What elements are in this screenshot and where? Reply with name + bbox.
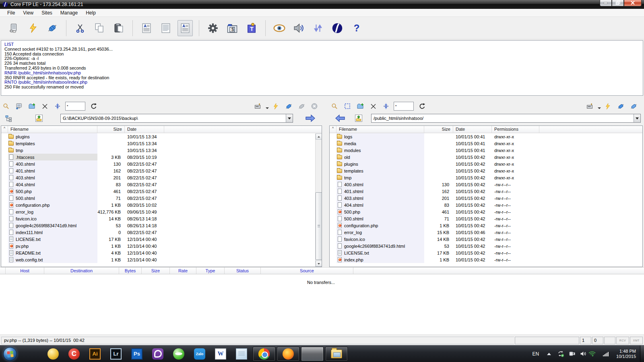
menu-item[interactable]: Help (82, 9, 100, 16)
sync-tray-icon[interactable] (557, 350, 564, 358)
queue-col-rate[interactable]: Rate (170, 267, 196, 274)
core-ftp-logo-icon[interactable] (330, 20, 345, 36)
file-row[interactable]: index111.html 0 08/22/15 02:47 (1, 229, 322, 236)
file-row[interactable]: templates 10/01/15 00:42 drwxr-xr-x (330, 167, 642, 174)
scroll-up-button[interactable] (316, 134, 322, 140)
taskbar-item[interactable] (43, 347, 63, 361)
refresh-icon[interactable] (417, 101, 427, 111)
queue-col-host[interactable]: Host (6, 267, 44, 274)
combo-dropdown-button[interactable] (634, 114, 640, 122)
show-desktop-button[interactable] (640, 346, 644, 362)
file-row[interactable]: README.txt 4 KB 12/10/14 00:40 (1, 249, 322, 256)
taskbar-item[interactable]: Ai (85, 347, 105, 361)
file-row[interactable]: media 10/01/15 00:41 drwxr-xr-x (330, 140, 642, 147)
quick-connect-lightning-icon[interactable] (25, 20, 41, 36)
file-row[interactable]: configuration.php 1 KB 10/01/15 00:42 -r… (330, 222, 642, 229)
size-column-header[interactable]: Size (97, 126, 125, 133)
title-bar[interactable]: Core FTP LE - 173.254.28.161:21 (0, 0, 644, 9)
file-mask-input[interactable] (394, 102, 414, 111)
hidden-icons-arrow[interactable] (547, 353, 551, 355)
volume-tray-icon[interactable] (580, 350, 587, 358)
menu-item[interactable]: View (19, 9, 37, 16)
local-path-text[interactable]: G:\BACKUP\SNS\08-09-2015\backup\ (61, 116, 286, 121)
combo-dropdown-button[interactable] (286, 114, 293, 122)
queue-col-type[interactable]: Type (196, 267, 225, 274)
taskbar-item[interactable]: Ps (127, 347, 147, 361)
menu-item[interactable]: File (3, 9, 19, 16)
compare-filter-icon[interactable] (381, 101, 391, 111)
file-row[interactable]: templates 10/01/15 13:34 (1, 140, 322, 147)
delete-icon[interactable] (368, 101, 378, 111)
file-row[interactable]: error_log 412,776 KB 09/06/15 10:49 (1, 208, 322, 215)
file-row[interactable]: web.config.txt 1 KB 12/10/14 00:40 (1, 256, 322, 263)
select-files-icon[interactable] (342, 101, 353, 111)
date-column-header[interactable]: Date (453, 126, 492, 133)
signal-bars-tray-icon[interactable] (602, 350, 609, 358)
transfer-left-icon[interactable] (335, 113, 345, 123)
file-row[interactable]: modules 10/01/15 00:41 drwxr-xr-x (330, 147, 642, 154)
file-row[interactable]: 500.php 461 10/01/15 00:42 -rw-r--r-- (330, 208, 642, 215)
file-row[interactable]: plugins 10/01/15 00:42 drwxr-xr-x (330, 160, 642, 167)
file-row[interactable]: .htaccess 3 KB 08/20/15 10:19 (1, 154, 322, 160)
vertical-scrollbar[interactable] (315, 134, 322, 267)
queue-col-source[interactable]: Source (261, 267, 353, 274)
scroll-down-button[interactable] (316, 261, 322, 267)
close-button[interactable] (624, 0, 642, 6)
view-text-icon[interactable] (178, 20, 193, 36)
view-eye-icon[interactable] (272, 20, 287, 36)
date-column-header[interactable]: Date (125, 126, 164, 133)
local-path-combobox[interactable]: G:\BACKUP\SNS\08-09-2015\backup\ (60, 114, 293, 123)
scrollbar-thumb[interactable] (316, 192, 322, 260)
file-row[interactable]: configuration.php 1 KB 08/20/15 10:02 (1, 202, 322, 208)
panel-splitter[interactable] (322, 100, 329, 267)
wireless-tray-icon[interactable] (591, 350, 598, 358)
file-row[interactable]: google4c2669f8834741d9.html 53 08/26/13 … (1, 222, 322, 229)
search-icon[interactable] (329, 101, 340, 111)
sound-icon[interactable] (291, 20, 306, 36)
file-row[interactable]: 500.php 461 08/22/15 02:47 (1, 188, 322, 195)
file-row[interactable]: 401.shtml 162 10/01/15 00:42 -rw-r--r-- (330, 188, 642, 195)
taskbar-item[interactable] (325, 347, 348, 361)
view-raw-icon[interactable] (158, 20, 173, 36)
file-row[interactable]: tmp 10/01/15 00:42 drwxr-xr-x (330, 174, 642, 181)
up-directory-icon[interactable] (34, 113, 44, 123)
taskbar-item[interactable] (23, 347, 42, 361)
filename-column-header[interactable]: Filename (8, 126, 97, 133)
start-button[interactable] (3, 347, 17, 361)
size-column-header[interactable]: Size (424, 126, 453, 133)
dropdown-caret-icon[interactable] (598, 107, 601, 109)
panel-close-icon[interactable] (309, 101, 320, 111)
power-plug-tray-icon[interactable] (568, 350, 576, 358)
delete-icon[interactable] (39, 101, 50, 111)
filename-column-header[interactable]: Filename (336, 126, 424, 133)
panel-lightning-icon[interactable] (270, 101, 281, 111)
taskbar-item[interactable] (253, 347, 275, 361)
paste-icon[interactable] (111, 20, 126, 36)
file-row[interactable]: index.php 1 KB 10/01/15 00:42 -rw-r--r-- (330, 256, 642, 263)
queue-device-icon[interactable] (584, 101, 595, 111)
help-icon[interactable]: ? (349, 20, 364, 36)
settings-gear-icon[interactable] (205, 20, 221, 36)
site-manager-icon[interactable]: S (225, 20, 240, 36)
file-row[interactable]: 400.shtml 130 10/01/15 00:42 -rw-r--r-- (330, 181, 642, 188)
taskbar-item[interactable] (277, 347, 299, 361)
file-row[interactable]: 500.shtml 71 08/22/15 02:47 (1, 195, 322, 202)
panel-lightning-icon[interactable] (603, 101, 613, 111)
clock[interactable]: 1:48 PM 10/1/2015 (611, 349, 640, 359)
connect-icon[interactable] (6, 20, 21, 36)
queue-device-icon[interactable] (252, 101, 263, 111)
transfer-right-icon[interactable] (305, 113, 316, 123)
taskbar-item[interactable] (169, 347, 188, 361)
file-row[interactable]: 403.shtml 201 08/22/15 02:47 (1, 174, 322, 181)
file-row[interactable]: favicon.ico 14 KB 08/26/13 14:18 (1, 215, 322, 222)
taskbar-item[interactable] (148, 347, 167, 361)
menu-item[interactable]: Sites (37, 9, 56, 16)
panel-connect-plug-icon[interactable] (283, 101, 294, 111)
ftp-log[interactable]: LISTConnect socket #4192 to 173.254.28.1… (1, 40, 643, 96)
queue-col-bytes[interactable]: Bytes (119, 267, 142, 274)
file-mask-input[interactable] (65, 102, 85, 111)
panel-disconnect-plug-icon[interactable] (296, 101, 307, 111)
taskbar-item[interactable]: Lr (106, 347, 126, 361)
queue-arrows-icon[interactable] (310, 20, 326, 36)
refresh-icon[interactable] (89, 101, 99, 111)
